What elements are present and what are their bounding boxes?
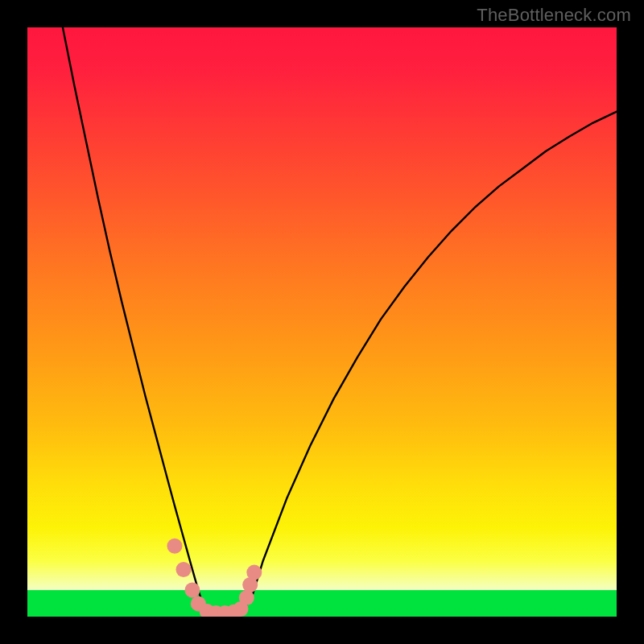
trough-marker xyxy=(167,539,183,554)
gradient-background xyxy=(27,27,617,617)
plot-area xyxy=(27,27,617,617)
watermark-text: TheBottleneck.com xyxy=(477,5,631,26)
green-band xyxy=(27,590,617,617)
chart-frame: TheBottleneck.com xyxy=(0,0,644,644)
trough-marker xyxy=(246,565,262,580)
chart-svg xyxy=(27,27,617,617)
trough-marker xyxy=(239,590,254,605)
trough-marker xyxy=(175,562,191,577)
trough-marker xyxy=(184,583,200,598)
